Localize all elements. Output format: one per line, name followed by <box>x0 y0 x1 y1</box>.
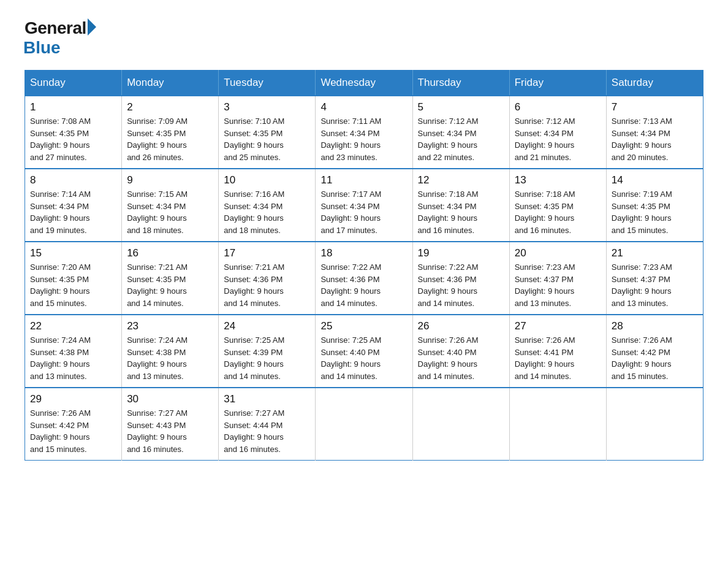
calendar-day-cell: 3Sunrise: 7:10 AMSunset: 4:35 PMDaylight… <box>219 96 316 169</box>
day-of-week-header: Saturday <box>606 71 703 96</box>
calendar-day-cell: 5Sunrise: 7:12 AMSunset: 4:34 PMDaylight… <box>412 96 509 169</box>
calendar-day-cell <box>606 388 703 461</box>
day-of-week-header: Sunday <box>25 71 122 96</box>
calendar-day-cell: 16Sunrise: 7:21 AMSunset: 4:35 PMDayligh… <box>122 242 219 315</box>
calendar-table: SundayMondayTuesdayWednesdayThursdayFrid… <box>25 70 703 461</box>
calendar-day-cell: 8Sunrise: 7:14 AMSunset: 4:34 PMDaylight… <box>25 169 122 242</box>
calendar-day-cell: 24Sunrise: 7:25 AMSunset: 4:39 PMDayligh… <box>219 315 316 388</box>
calendar-day-cell: 26Sunrise: 7:26 AMSunset: 4:40 PMDayligh… <box>412 315 509 388</box>
calendar-week-row: 1Sunrise: 7:08 AMSunset: 4:35 PMDaylight… <box>25 96 703 169</box>
logo-arrow-icon <box>88 18 96 36</box>
calendar-day-cell: 7Sunrise: 7:13 AMSunset: 4:34 PMDaylight… <box>606 96 703 169</box>
day-number: 29 <box>30 393 116 405</box>
calendar-day-cell: 23Sunrise: 7:24 AMSunset: 4:38 PMDayligh… <box>122 315 219 388</box>
day-info: Sunrise: 7:13 AMSunset: 4:34 PMDaylight:… <box>612 115 698 163</box>
calendar-day-cell: 6Sunrise: 7:12 AMSunset: 4:34 PMDaylight… <box>509 96 606 169</box>
day-info: Sunrise: 7:18 AMSunset: 4:34 PMDaylight:… <box>418 188 504 236</box>
day-number: 22 <box>30 320 116 332</box>
day-info: Sunrise: 7:21 AMSunset: 4:36 PMDaylight:… <box>224 261 310 309</box>
day-number: 17 <box>224 247 310 259</box>
day-info: Sunrise: 7:27 AMSunset: 4:43 PMDaylight:… <box>127 407 213 455</box>
day-info: Sunrise: 7:22 AMSunset: 4:36 PMDaylight:… <box>320 261 407 309</box>
calendar-day-cell: 2Sunrise: 7:09 AMSunset: 4:35 PMDaylight… <box>122 96 219 169</box>
logo-general-text: General <box>25 18 86 38</box>
calendar-day-cell: 13Sunrise: 7:18 AMSunset: 4:35 PMDayligh… <box>509 169 606 242</box>
day-info: Sunrise: 7:17 AMSunset: 4:34 PMDaylight:… <box>320 188 407 236</box>
day-number: 13 <box>515 174 601 186</box>
day-info: Sunrise: 7:09 AMSunset: 4:35 PMDaylight:… <box>127 115 213 163</box>
day-info: Sunrise: 7:27 AMSunset: 4:44 PMDaylight:… <box>224 407 310 455</box>
calendar-day-cell: 14Sunrise: 7:19 AMSunset: 4:35 PMDayligh… <box>606 169 703 242</box>
day-number: 16 <box>127 247 213 259</box>
day-info: Sunrise: 7:26 AMSunset: 4:42 PMDaylight:… <box>30 407 116 455</box>
day-info: Sunrise: 7:20 AMSunset: 4:35 PMDaylight:… <box>30 261 116 309</box>
day-of-week-header: Monday <box>122 71 219 96</box>
day-info: Sunrise: 7:14 AMSunset: 4:34 PMDaylight:… <box>30 188 116 236</box>
calendar-week-row: 29Sunrise: 7:26 AMSunset: 4:42 PMDayligh… <box>25 388 703 461</box>
calendar-week-row: 8Sunrise: 7:14 AMSunset: 4:34 PMDaylight… <box>25 169 703 242</box>
day-number: 10 <box>224 174 310 186</box>
day-info: Sunrise: 7:24 AMSunset: 4:38 PMDaylight:… <box>127 334 213 382</box>
day-number: 9 <box>127 174 213 186</box>
page-header: General Blue <box>25 18 703 58</box>
calendar-day-cell: 29Sunrise: 7:26 AMSunset: 4:42 PMDayligh… <box>25 388 122 461</box>
day-number: 4 <box>320 101 407 113</box>
day-of-week-header: Thursday <box>412 71 509 96</box>
day-of-week-header: Friday <box>509 71 606 96</box>
day-info: Sunrise: 7:25 AMSunset: 4:40 PMDaylight:… <box>320 334 407 382</box>
day-number: 8 <box>30 174 116 186</box>
calendar-day-cell: 18Sunrise: 7:22 AMSunset: 4:36 PMDayligh… <box>316 242 412 315</box>
day-info: Sunrise: 7:25 AMSunset: 4:39 PMDaylight:… <box>224 334 310 382</box>
day-number: 11 <box>320 174 407 186</box>
day-number: 26 <box>418 320 504 332</box>
day-number: 6 <box>515 101 601 113</box>
calendar-day-cell: 19Sunrise: 7:22 AMSunset: 4:36 PMDayligh… <box>412 242 509 315</box>
calendar-day-cell: 10Sunrise: 7:16 AMSunset: 4:34 PMDayligh… <box>219 169 316 242</box>
day-number: 24 <box>224 320 310 332</box>
calendar-body: 1Sunrise: 7:08 AMSunset: 4:35 PMDaylight… <box>25 96 703 461</box>
calendar-day-cell: 28Sunrise: 7:26 AMSunset: 4:42 PMDayligh… <box>606 315 703 388</box>
day-info: Sunrise: 7:11 AMSunset: 4:34 PMDaylight:… <box>320 115 407 163</box>
logo-blue-text: Blue <box>23 38 61 58</box>
calendar-day-cell: 27Sunrise: 7:26 AMSunset: 4:41 PMDayligh… <box>509 315 606 388</box>
day-number: 25 <box>320 320 407 332</box>
day-info: Sunrise: 7:19 AMSunset: 4:35 PMDaylight:… <box>612 188 698 236</box>
day-number: 14 <box>612 174 698 186</box>
calendar-day-cell: 4Sunrise: 7:11 AMSunset: 4:34 PMDaylight… <box>316 96 412 169</box>
day-of-week-header: Tuesday <box>219 71 316 96</box>
day-info: Sunrise: 7:15 AMSunset: 4:34 PMDaylight:… <box>127 188 213 236</box>
calendar-week-row: 15Sunrise: 7:20 AMSunset: 4:35 PMDayligh… <box>25 242 703 315</box>
calendar-day-cell <box>412 388 509 461</box>
day-number: 21 <box>612 247 698 259</box>
calendar-day-cell: 1Sunrise: 7:08 AMSunset: 4:35 PMDaylight… <box>25 96 122 169</box>
day-info: Sunrise: 7:18 AMSunset: 4:35 PMDaylight:… <box>515 188 601 236</box>
calendar-day-cell: 11Sunrise: 7:17 AMSunset: 4:34 PMDayligh… <box>316 169 412 242</box>
calendar-day-cell: 17Sunrise: 7:21 AMSunset: 4:36 PMDayligh… <box>219 242 316 315</box>
calendar-day-cell <box>509 388 606 461</box>
calendar-week-row: 22Sunrise: 7:24 AMSunset: 4:38 PMDayligh… <box>25 315 703 388</box>
day-number: 20 <box>515 247 601 259</box>
day-number: 18 <box>320 247 407 259</box>
day-info: Sunrise: 7:10 AMSunset: 4:35 PMDaylight:… <box>224 115 310 163</box>
day-number: 28 <box>612 320 698 332</box>
day-number: 30 <box>127 393 213 405</box>
day-info: Sunrise: 7:16 AMSunset: 4:34 PMDaylight:… <box>224 188 310 236</box>
day-info: Sunrise: 7:21 AMSunset: 4:35 PMDaylight:… <box>127 261 213 309</box>
day-number: 1 <box>30 101 116 113</box>
calendar-day-cell <box>316 388 412 461</box>
day-number: 27 <box>515 320 601 332</box>
calendar-day-cell: 31Sunrise: 7:27 AMSunset: 4:44 PMDayligh… <box>219 388 316 461</box>
calendar-day-cell: 20Sunrise: 7:23 AMSunset: 4:37 PMDayligh… <box>509 242 606 315</box>
day-number: 19 <box>418 247 504 259</box>
day-info: Sunrise: 7:26 AMSunset: 4:41 PMDaylight:… <box>515 334 601 382</box>
day-number: 2 <box>127 101 213 113</box>
day-number: 3 <box>224 101 310 113</box>
day-info: Sunrise: 7:26 AMSunset: 4:40 PMDaylight:… <box>418 334 504 382</box>
calendar-day-cell: 9Sunrise: 7:15 AMSunset: 4:34 PMDaylight… <box>122 169 219 242</box>
day-info: Sunrise: 7:08 AMSunset: 4:35 PMDaylight:… <box>30 115 116 163</box>
day-info: Sunrise: 7:23 AMSunset: 4:37 PMDaylight:… <box>612 261 698 309</box>
calendar-day-cell: 22Sunrise: 7:24 AMSunset: 4:38 PMDayligh… <box>25 315 122 388</box>
calendar-day-cell: 12Sunrise: 7:18 AMSunset: 4:34 PMDayligh… <box>412 169 509 242</box>
day-number: 7 <box>612 101 698 113</box>
calendar-day-cell: 15Sunrise: 7:20 AMSunset: 4:35 PMDayligh… <box>25 242 122 315</box>
